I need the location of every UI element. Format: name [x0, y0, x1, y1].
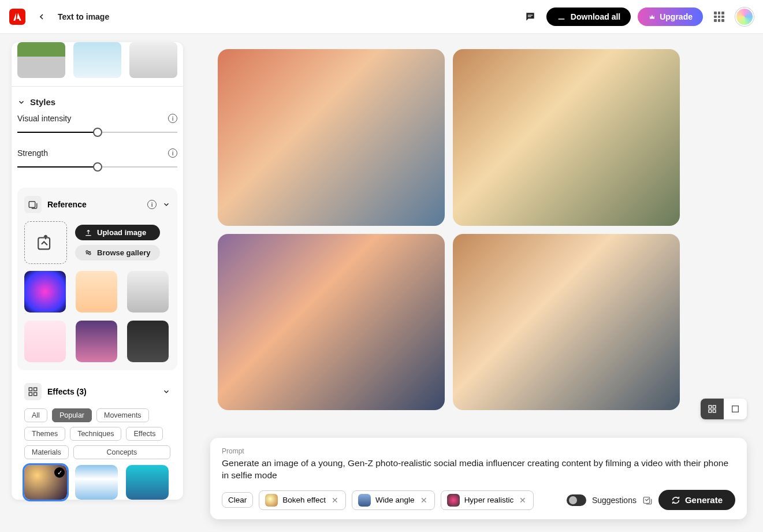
apps-icon[interactable]: [710, 8, 728, 26]
visual-intensity-label: Visual intensity: [17, 114, 71, 123]
reference-thumb[interactable]: [76, 271, 117, 312]
effect-thumb[interactable]: ✓: [24, 465, 67, 500]
reference-thumb[interactable]: [127, 321, 169, 362]
chip-materials[interactable]: Materials: [24, 445, 69, 459]
chip-themes[interactable]: Themes: [24, 427, 65, 441]
header-left: Text to image: [9, 9, 109, 25]
upload-icon: [84, 229, 92, 237]
effect-thumb[interactable]: [75, 465, 118, 500]
refresh-icon: [671, 496, 680, 505]
remove-tag-icon[interactable]: ✕: [330, 496, 340, 505]
chip-all[interactable]: All: [24, 408, 47, 422]
svg-rect-3: [38, 238, 50, 250]
reference-thumb[interactable]: [24, 321, 66, 362]
clear-label: Clear: [228, 496, 247, 504]
effects-icon: [24, 383, 42, 400]
strength-label: Strength: [17, 148, 48, 158]
upgrade-label: Upgrade: [660, 12, 693, 21]
browse-gallery-button[interactable]: Browse gallery: [75, 245, 160, 261]
suggestions-label: Suggestions: [592, 496, 637, 505]
preset-thumb[interactable]: [17, 42, 65, 78]
strength-row: Strength i: [12, 148, 183, 158]
comments-icon[interactable]: [521, 8, 539, 26]
svg-point-5: [89, 252, 91, 255]
settings-sidebar: Styles Visual intensity i Strength i: [0, 34, 195, 532]
upgrade-button[interactable]: Upgrade: [638, 8, 703, 26]
svg-point-4: [86, 250, 88, 252]
svg-rect-9: [34, 393, 37, 396]
strength-slider[interactable]: [17, 161, 177, 173]
result-image[interactable]: [453, 49, 680, 226]
view-toggle: [701, 399, 747, 419]
svg-rect-2: [29, 202, 35, 208]
remove-tag-icon[interactable]: ✕: [518, 496, 527, 505]
back-button[interactable]: [35, 10, 49, 24]
reference-thumb[interactable]: [127, 271, 169, 312]
prompt-text[interactable]: Generate an image of a young, Gen-Z phot…: [222, 457, 735, 482]
remove-tag-icon[interactable]: ✕: [419, 496, 429, 505]
suggestions-icon[interactable]: [642, 495, 653, 505]
info-icon[interactable]: i: [168, 148, 177, 158]
reference-grid: [24, 271, 170, 362]
chip-techniques[interactable]: Techniques: [70, 427, 121, 441]
tag-label: Bokeh effect: [282, 496, 326, 504]
info-icon[interactable]: i: [147, 200, 157, 209]
visual-intensity-slider[interactable]: [17, 127, 177, 138]
preset-thumb[interactable]: [129, 42, 177, 78]
svg-rect-0: [528, 15, 533, 16]
clear-button[interactable]: Clear: [222, 492, 253, 508]
generate-label: Generate: [685, 495, 723, 505]
upload-image-button[interactable]: Upload image: [75, 225, 160, 240]
chevron-down-icon[interactable]: [162, 200, 170, 209]
svg-rect-7: [34, 388, 37, 390]
user-avatar[interactable]: [735, 8, 754, 26]
chevron-down-icon: [17, 98, 25, 106]
reference-thumb[interactable]: [24, 271, 66, 312]
svg-rect-6: [29, 388, 32, 390]
app-logo[interactable]: [9, 9, 25, 25]
chip-effects[interactable]: Effects: [126, 427, 163, 441]
styles-title: Styles: [30, 97, 55, 107]
generate-button[interactable]: Generate: [658, 490, 735, 510]
tag-swatch: [447, 494, 460, 507]
app-header: Text to image Download all Upgrade: [0, 0, 763, 34]
suggestions-toggle[interactable]: [567, 494, 586, 506]
chip-popular[interactable]: Popular: [52, 408, 92, 422]
gallery-icon: [84, 249, 92, 257]
prompt-bar: Prompt Generate an image of a young, Gen…: [210, 438, 747, 519]
result-image[interactable]: [218, 234, 445, 411]
tag-label: Hyper realistic: [464, 496, 514, 504]
single-view-button[interactable]: [724, 399, 747, 419]
result-image[interactable]: [453, 234, 680, 411]
style-tag-wide[interactable]: Wide angle ✕: [352, 490, 435, 510]
svg-rect-8: [29, 393, 32, 396]
styles-header[interactable]: Styles: [12, 97, 183, 107]
effects-subpanel: Effects (3) All Popular Movements Themes…: [17, 375, 177, 500]
tag-label: Wide angle: [375, 496, 415, 504]
preset-thumb[interactable]: [73, 42, 121, 78]
style-tag-bokeh[interactable]: Bokeh effect ✕: [259, 490, 346, 510]
download-all-button[interactable]: Download all: [546, 8, 631, 26]
grid-view-button[interactable]: [701, 399, 724, 419]
svg-rect-1: [528, 16, 531, 17]
results-grid: [218, 49, 680, 410]
svg-rect-14: [732, 406, 739, 412]
header-right: Download all Upgrade: [521, 8, 754, 26]
chip-concepts[interactable]: Concepts: [73, 445, 170, 459]
info-icon[interactable]: i: [168, 114, 177, 123]
chevron-down-icon[interactable]: [162, 388, 170, 396]
effect-thumb[interactable]: [126, 465, 169, 500]
chip-movements[interactable]: Movements: [96, 408, 149, 422]
reference-thumb[interactable]: [76, 321, 117, 362]
check-icon: ✓: [54, 467, 65, 478]
upload-label: Upload image: [97, 228, 146, 237]
browse-label: Browse gallery: [97, 248, 151, 257]
reference-icon: [24, 196, 42, 213]
style-tag-hyper[interactable]: Hyper realistic ✕: [441, 490, 534, 510]
result-image[interactable]: [218, 49, 445, 226]
page-title: Text to image: [58, 12, 109, 21]
prompt-label: Prompt: [222, 447, 735, 455]
download-all-label: Download all: [571, 12, 620, 21]
reference-dropzone[interactable]: [24, 221, 67, 264]
preset-thumbnails: [12, 42, 183, 86]
